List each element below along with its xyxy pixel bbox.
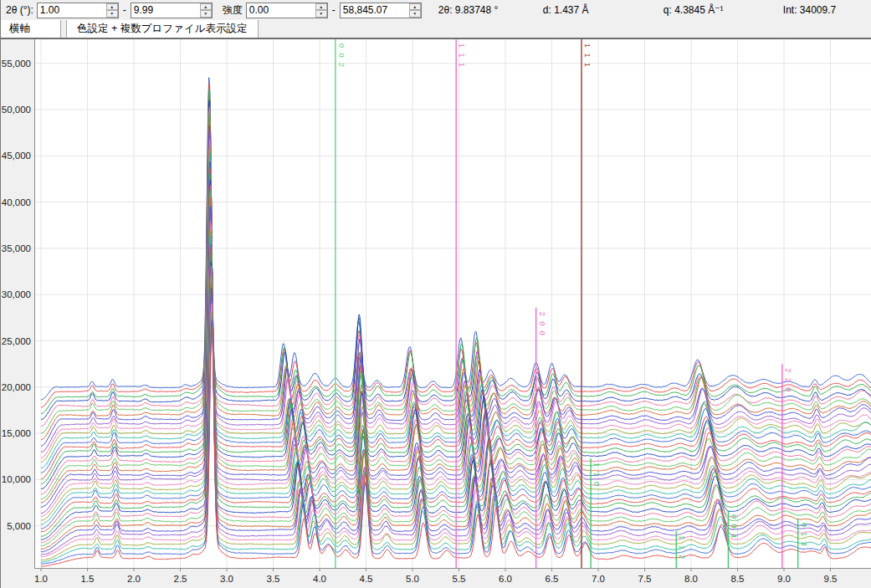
hkl-label: 1 1 1	[583, 43, 592, 69]
intensity-max-spinner: ▲ ▼	[409, 3, 421, 18]
svg-text:3.0: 3.0	[220, 574, 233, 584]
range-dash: -	[332, 4, 336, 16]
hkl-label: 1 1 0	[592, 463, 601, 488]
intensity-max-input[interactable]	[341, 3, 409, 18]
two-theta-max-spinner: ▲ ▼	[200, 3, 212, 18]
svg-text:45,000: 45,000	[2, 151, 31, 161]
spin-down-icon[interactable]: ▼	[200, 10, 212, 18]
svg-text:20,000: 20,000	[2, 382, 31, 392]
hkl-label: 2 2 0	[784, 368, 792, 393]
svg-text:50,000: 50,000	[2, 105, 31, 115]
tab-horizontal-axis[interactable]: 横軸	[1, 20, 61, 38]
cursor-readouts: 2θ: 9.83748 ° d: 1.437 Å q: 4.3845 Å⁻¹ I…	[422, 4, 871, 16]
svg-text:8.0: 8.0	[684, 574, 698, 584]
svg-text:6.5: 6.5	[546, 574, 559, 584]
spin-up-icon[interactable]: ▲	[409, 3, 421, 11]
hkl-label: 1 1 1	[458, 43, 466, 69]
svg-text:4.0: 4.0	[313, 574, 326, 584]
svg-text:55,000: 55,000	[2, 59, 31, 69]
two-theta-max-input[interactable]	[131, 3, 200, 18]
spin-up-icon[interactable]: ▲	[315, 3, 327, 11]
svg-text:5.0: 5.0	[406, 574, 419, 584]
intensity-min-spinner: ▲ ▼	[315, 3, 327, 18]
hkl-label: 1 1 2	[678, 535, 686, 560]
hkl-label: 0 1 3	[800, 523, 808, 548]
readout-d-spacing: d: 1.437 Å	[543, 4, 663, 16]
svg-text:9.0: 9.0	[777, 574, 791, 584]
svg-text:40,000: 40,000	[2, 197, 31, 207]
intensity-max-spinbox: ▲ ▼	[340, 3, 422, 18]
two-theta-min-spinner: ▲ ▼	[106, 3, 118, 18]
readout-two-theta: 2θ: 9.83748 °	[438, 4, 543, 16]
spin-down-icon[interactable]: ▼	[106, 10, 118, 18]
svg-text:35,000: 35,000	[2, 243, 31, 253]
svg-text:1.0: 1.0	[34, 574, 48, 584]
spin-up-icon[interactable]: ▲	[106, 3, 118, 11]
svg-text:7.5: 7.5	[638, 574, 652, 584]
two-theta-min-spinbox: ▲ ▼	[37, 3, 119, 18]
two-theta-max-spinbox: ▲ ▼	[131, 3, 213, 18]
spin-down-icon[interactable]: ▼	[315, 10, 327, 18]
svg-text:3.5: 3.5	[267, 574, 280, 584]
spin-up-icon[interactable]: ▲	[200, 3, 212, 11]
svg-text:6.0: 6.0	[499, 574, 512, 584]
two-theta-min-input[interactable]	[38, 3, 106, 18]
tab-color-multiprofile-settings[interactable]: 色設定 + 複数プロファイル表示設定	[66, 20, 259, 38]
svg-text:9.5: 9.5	[824, 574, 838, 584]
svg-text:30,000: 30,000	[2, 289, 31, 299]
hkl-label: 2 0 0	[538, 312, 546, 337]
readout-intensity: Int: 34009.7	[783, 4, 871, 16]
svg-text:2.0: 2.0	[127, 574, 141, 584]
range-dash: -	[123, 4, 126, 16]
svg-text:4.5: 4.5	[360, 574, 373, 584]
svg-text:8.5: 8.5	[731, 574, 745, 584]
two-theta-range-label: 2θ (°):	[6, 4, 33, 16]
svg-text:1.5: 1.5	[81, 574, 95, 584]
svg-text:10,000: 10,000	[2, 474, 31, 484]
settings-tabbar: 横軸 色設定 + 複数プロファイル表示設定	[1, 20, 871, 39]
intensity-min-input[interactable]	[247, 3, 315, 18]
svg-text:25,000: 25,000	[2, 336, 31, 346]
spin-down-icon[interactable]: ▼	[409, 10, 421, 18]
svg-text:15,000: 15,000	[2, 428, 31, 438]
readout-q: q: 4.3845 Å⁻¹	[663, 4, 783, 16]
svg-text:2.5: 2.5	[174, 574, 187, 584]
xrd-waterfall-chart[interactable]: 1.01.52.02.53.03.54.04.55.05.56.06.57.07…	[1, 39, 871, 588]
hkl-label: 0 0 2	[337, 43, 346, 69]
range-toolbar: 2θ (°): ▲ ▼ - ▲ ▼ 強度 ▲ ▼ - ▲ ▼ 2θ: 9.837…	[1, 0, 871, 20]
svg-text:5,000: 5,000	[7, 521, 31, 531]
svg-text:5.5: 5.5	[453, 574, 466, 584]
intensity-range-label: 強度	[223, 3, 243, 18]
svg-text:7.0: 7.0	[592, 574, 605, 584]
hkl-label: 0 0 4	[730, 514, 738, 539]
intensity-min-spinbox: ▲ ▼	[246, 3, 328, 18]
